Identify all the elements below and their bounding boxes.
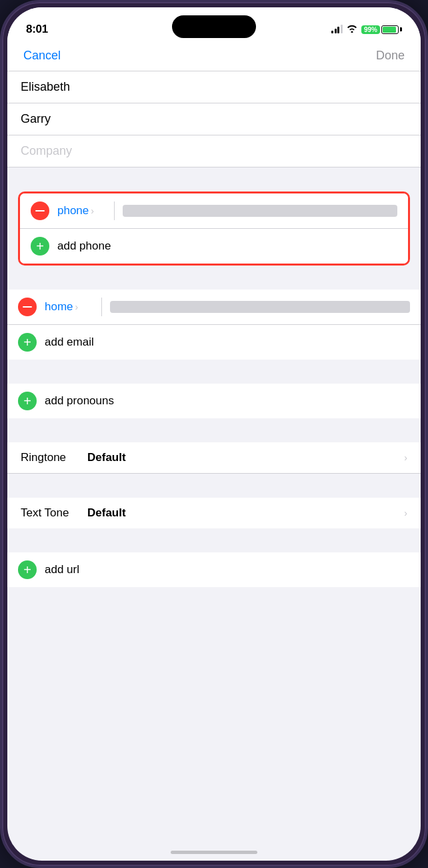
ringtone-row[interactable]: Ringtone Default ›	[7, 442, 421, 474]
volume-down-button[interactable]	[0, 259, 2, 312]
ringtone-label: Ringtone	[21, 451, 87, 464]
email-separator	[101, 298, 102, 316]
phone-separator	[114, 201, 115, 220]
battery-icon: 99%	[361, 25, 402, 34]
section-gap-3	[7, 360, 421, 384]
first-name-value: Elisabeth	[21, 80, 70, 93]
screen: 8:01 99%	[7, 7, 421, 861]
add-pronouns-plus-button[interactable]	[18, 392, 37, 410]
add-email-row[interactable]: add email	[7, 325, 421, 360]
status-time: 8:01	[26, 23, 48, 36]
ringtone-chevron-icon: ›	[404, 452, 407, 463]
text-tone-chevron-icon: ›	[404, 508, 407, 518]
phone-chevron: ›	[91, 205, 94, 216]
phone-value-blurred[interactable]	[123, 205, 398, 217]
ringtone-section: Ringtone Default ›	[7, 442, 421, 474]
add-url-plus-button[interactable]	[18, 560, 37, 579]
cancel-button[interactable]: Cancel	[23, 49, 61, 63]
email-value-blurred[interactable]	[110, 301, 411, 313]
phone-highlighted-section: phone › add phone	[18, 191, 410, 266]
url-section: add url	[7, 552, 421, 587]
add-phone-row[interactable]: add phone	[20, 229, 408, 264]
section-gap-2	[7, 266, 421, 290]
phone-label-text: phone	[57, 204, 89, 218]
battery-percentage: 99%	[361, 25, 380, 34]
first-name-field[interactable]: Elisabeth	[7, 71, 421, 103]
add-pronouns-label: add pronouns	[45, 394, 114, 408]
add-phone-label: add phone	[57, 240, 111, 253]
ringtone-value: Default	[87, 451, 404, 464]
company-placeholder: Company	[21, 144, 72, 157]
section-gap-1	[7, 167, 421, 191]
nav-bar: Cancel Done	[7, 43, 421, 71]
add-pronouns-row[interactable]: add pronouns	[7, 384, 421, 418]
add-url-row[interactable]: add url	[7, 552, 421, 587]
company-field[interactable]: Company	[7, 135, 421, 167]
volume-up-button[interactable]	[0, 195, 2, 249]
add-url-label: add url	[45, 563, 79, 576]
add-email-label: add email	[45, 336, 94, 349]
signal-icon	[331, 25, 343, 33]
pronouns-section: add pronouns	[7, 384, 421, 418]
phone-row[interactable]: phone ›	[20, 193, 408, 229]
section-gap-5	[7, 474, 421, 498]
phone-frame: 8:01 99%	[0, 0, 428, 868]
email-row[interactable]: home ›	[7, 290, 421, 325]
status-icons: 99%	[331, 24, 402, 35]
phone-label[interactable]: phone ›	[57, 204, 114, 218]
email-label[interactable]: home ›	[45, 300, 101, 314]
email-chevron: ›	[75, 302, 79, 312]
last-name-value: Garry	[21, 112, 51, 125]
email-label-text: home	[45, 300, 73, 314]
wifi-icon	[347, 24, 357, 35]
last-name-field[interactable]: Garry	[7, 103, 421, 135]
text-tone-section: Text Tone Default ›	[7, 498, 421, 528]
email-section: home › add email	[7, 290, 421, 360]
home-indicator	[171, 851, 257, 854]
phone-minus-button[interactable]	[31, 201, 49, 220]
name-section: Elisabeth Garry Company	[7, 71, 421, 167]
section-gap-6	[7, 528, 421, 552]
text-tone-row[interactable]: Text Tone Default ›	[7, 498, 421, 528]
text-tone-label: Text Tone	[21, 506, 87, 520]
text-tone-value: Default	[87, 506, 404, 520]
add-phone-plus-button[interactable]	[31, 237, 49, 256]
email-minus-button[interactable]	[18, 298, 37, 316]
section-gap-4	[7, 418, 421, 442]
dynamic-island	[172, 15, 256, 38]
add-email-plus-button[interactable]	[18, 333, 37, 352]
done-button[interactable]: Done	[376, 49, 405, 63]
content-area: Elisabeth Garry Company phone ›	[7, 71, 421, 614]
